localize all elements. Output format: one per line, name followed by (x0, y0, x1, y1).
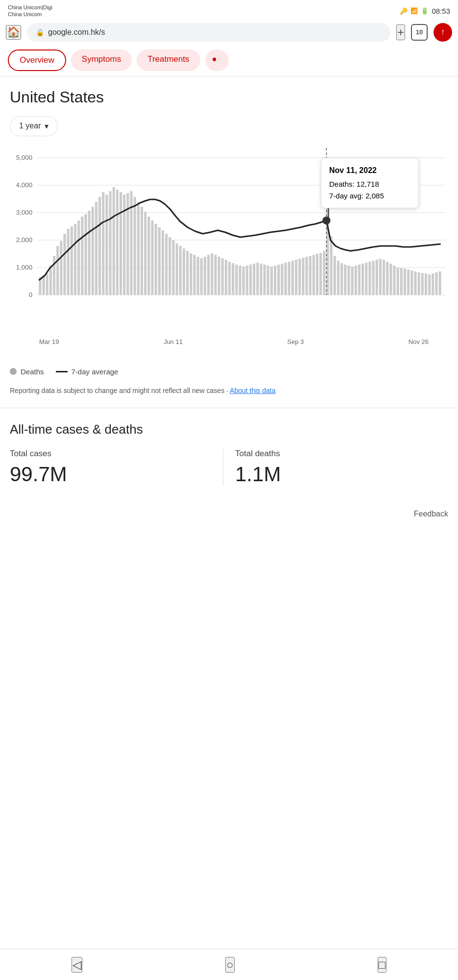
svg-rect-48 (165, 234, 168, 295)
tooltip-date: Nov 11, 2022 (329, 164, 410, 177)
svg-text:3,000: 3,000 (16, 209, 32, 216)
bottom-nav: ◁ ○ □ (0, 949, 458, 980)
about-data-link[interactable]: About this data (230, 387, 275, 394)
svg-rect-17 (56, 246, 59, 295)
upload-icon: ↑ (441, 27, 445, 37)
country-title: United States (10, 88, 448, 106)
svg-rect-68 (235, 265, 238, 295)
svg-rect-28 (95, 202, 97, 295)
address-bar-row: 🏠 🔒 google.com.hk/s + 10 ↑ (0, 20, 458, 45)
time-selector-label: 1 year (19, 122, 41, 130)
svg-rect-114 (397, 268, 399, 295)
chart-x-labels: Mar 19 Jun 11 Sep 3 Nov 26 (10, 336, 448, 345)
svg-rect-75 (260, 264, 262, 295)
svg-rect-62 (214, 255, 217, 295)
address-bar[interactable]: 🔒 google.com.hk/s (27, 23, 390, 42)
svg-rect-59 (204, 257, 206, 295)
svg-rect-23 (77, 220, 80, 295)
legend-avg-line (56, 371, 68, 372)
tab-more[interactable]: ● (205, 49, 229, 71)
chevron-down-icon: ▾ (45, 122, 48, 131)
alltime-title: All-time cases & deaths (10, 422, 448, 437)
tab-treatments[interactable]: Treatments (137, 49, 200, 71)
svg-rect-105 (365, 263, 367, 295)
svg-rect-41 (141, 207, 143, 295)
reporting-note: Reporting data is subject to change and … (10, 382, 448, 408)
svg-rect-70 (242, 267, 245, 295)
svg-rect-111 (386, 262, 388, 295)
svg-rect-99 (344, 265, 346, 295)
svg-text:1,000: 1,000 (16, 264, 32, 271)
legend-deaths-label: Deaths (21, 368, 44, 376)
back-button[interactable]: ◁ (72, 957, 82, 973)
svg-rect-16 (53, 256, 55, 295)
svg-rect-25 (84, 214, 87, 295)
svg-text:5,000: 5,000 (16, 154, 32, 161)
x-label-nov: Nov 26 (409, 338, 429, 345)
reporting-text: Reporting data is subject to change and … (10, 387, 224, 394)
x-label-jun: Jun 11 (164, 338, 183, 345)
svg-rect-118 (410, 270, 413, 295)
svg-rect-91 (316, 254, 318, 295)
svg-text:2,000: 2,000 (16, 236, 32, 244)
svg-rect-42 (144, 212, 146, 295)
svg-rect-97 (337, 261, 339, 295)
svg-rect-47 (162, 230, 164, 295)
total-deaths-label: Total deaths (235, 449, 438, 459)
svg-rect-123 (428, 274, 431, 295)
svg-rect-121 (421, 273, 424, 295)
recents-button[interactable]: □ (378, 957, 387, 973)
svg-rect-73 (253, 264, 255, 295)
svg-rect-54 (186, 251, 189, 295)
svg-rect-90 (313, 255, 315, 295)
svg-rect-89 (309, 256, 312, 295)
svg-rect-26 (88, 211, 91, 295)
url-text: google.com.hk/s (48, 28, 105, 37)
total-cases-label: Total cases (10, 449, 213, 459)
svg-rect-77 (267, 266, 269, 295)
home-button[interactable]: 🏠 (6, 25, 21, 40)
svg-rect-18 (60, 241, 62, 295)
svg-rect-87 (302, 258, 304, 295)
upload-button[interactable]: ↑ (434, 23, 452, 42)
new-tab-button[interactable]: + (396, 24, 405, 40)
svg-rect-50 (172, 240, 174, 295)
status-right: 🔑 📶 🔋 08:53 (400, 7, 450, 15)
signal-icon: 📶 (410, 7, 418, 14)
svg-rect-46 (158, 227, 161, 295)
back-icon: ◁ (72, 958, 81, 971)
total-cases-block: Total cases 99.7M (10, 449, 223, 486)
svg-rect-65 (225, 260, 227, 295)
tabs-count-button[interactable]: 10 (411, 24, 428, 41)
svg-rect-60 (207, 255, 210, 295)
home-nav-button[interactable]: ○ (225, 957, 235, 973)
svg-rect-76 (264, 265, 266, 295)
svg-rect-51 (176, 244, 178, 295)
svg-rect-29 (98, 197, 101, 295)
alltime-section: All-time cases & deaths Total cases 99.7… (10, 408, 448, 500)
svg-rect-31 (105, 195, 108, 295)
feedback-button[interactable]: Feedback (414, 510, 448, 518)
svg-rect-67 (232, 263, 234, 295)
tab-symptoms[interactable]: Symptoms (71, 49, 132, 71)
tooltip-deaths: Deaths: 12,718 (329, 178, 410, 190)
total-cases-value: 99.7M (10, 463, 213, 486)
svg-rect-22 (74, 224, 76, 295)
svg-rect-35 (120, 192, 122, 295)
time-selector-dropdown[interactable]: 1 year ▾ (10, 116, 58, 136)
chart-tooltip: Nov 11, 2022 Deaths: 12,718 7-day avg: 2… (321, 158, 419, 209)
svg-rect-83 (288, 262, 290, 295)
svg-rect-57 (197, 257, 199, 295)
svg-rect-69 (239, 266, 241, 295)
tab-overview[interactable]: Overview (8, 49, 66, 71)
svg-rect-71 (246, 266, 248, 295)
svg-point-128 (322, 217, 330, 224)
svg-rect-124 (432, 273, 434, 295)
home-nav-icon: ○ (226, 958, 234, 971)
svg-rect-49 (169, 237, 171, 295)
svg-rect-40 (137, 202, 140, 295)
svg-rect-63 (217, 257, 220, 295)
svg-rect-13 (42, 275, 45, 295)
svg-rect-116 (404, 269, 406, 295)
svg-rect-104 (362, 264, 364, 295)
